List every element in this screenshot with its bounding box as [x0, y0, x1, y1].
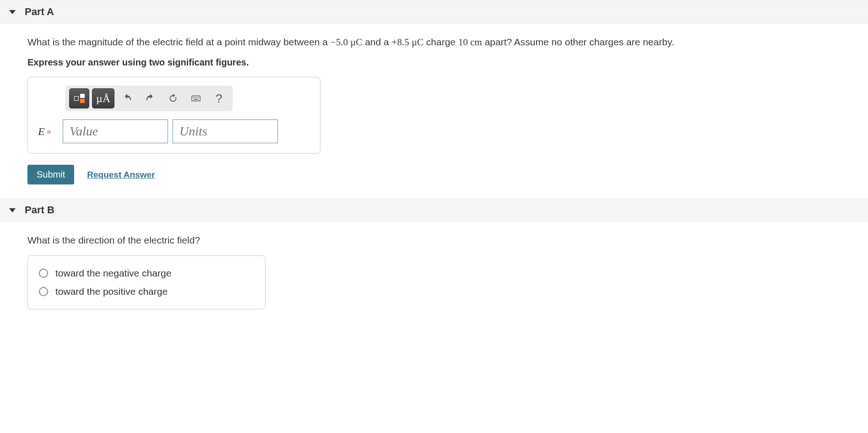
action-row: Submit Request Answer [27, 165, 841, 184]
variable-label: E= [38, 125, 58, 138]
mc-option-label: toward the negative charge [55, 268, 171, 279]
undo-button[interactable] [117, 88, 137, 108]
part-a-header[interactable]: Part A [0, 0, 868, 24]
reset-button[interactable] [163, 88, 183, 108]
part-b-content: What is the direction of the electric fi… [0, 222, 868, 323]
mc-option-1[interactable]: toward the positive charge [37, 282, 256, 301]
mc-box: toward the negative charge toward the po… [27, 255, 266, 309]
value-input[interactable]: Value [63, 119, 168, 143]
variable-E: E [38, 125, 45, 137]
units-input[interactable]: Units [173, 119, 278, 143]
question-text-pre: What is the magnitude of the electric fi… [27, 37, 331, 47]
keyboard-icon [191, 93, 201, 103]
input-row: E= Value Units [38, 119, 310, 143]
svg-rect-1 [193, 97, 194, 98]
answer-box: µÅ ? E= Value Units [27, 77, 320, 154]
submit-button[interactable]: Submit [27, 165, 74, 184]
caret-down-icon [9, 208, 16, 212]
svg-rect-4 [198, 97, 199, 98]
svg-rect-3 [196, 97, 197, 98]
redo-icon [145, 93, 155, 103]
undo-icon [122, 93, 132, 103]
part-b-header[interactable]: Part B [0, 198, 868, 222]
instruction: Express your answer using two significan… [27, 57, 841, 68]
fraction-icon [74, 94, 85, 103]
help-button[interactable]: ? [209, 88, 229, 108]
part-b-title: Part B [25, 204, 54, 216]
svg-rect-0 [192, 96, 200, 101]
question-text-post: apart? Assume no other charges are nearb… [482, 37, 674, 47]
mc-option-0[interactable]: toward the negative charge [37, 264, 256, 282]
fraction-tool-button[interactable] [69, 88, 89, 108]
charge-2: +8.5 µC [392, 37, 423, 48]
charge-1: −5.0 µC [331, 37, 362, 48]
keyboard-button[interactable] [186, 88, 206, 108]
part-a-title: Part A [25, 6, 54, 18]
radio-icon [39, 287, 48, 296]
part-a-question: What is the magnitude of the electric fi… [27, 35, 841, 49]
answer-toolbar: µÅ ? [65, 86, 233, 111]
svg-rect-5 [194, 99, 198, 100]
question-text-mid2: charge [423, 37, 458, 47]
distance: 10 cm [458, 37, 482, 48]
caret-down-icon [9, 10, 16, 14]
special-chars-button[interactable]: µÅ [92, 88, 114, 108]
mc-option-label: toward the positive charge [55, 286, 168, 297]
svg-rect-2 [195, 97, 195, 98]
radio-icon [39, 269, 48, 278]
part-b-question: What is the direction of the electric fi… [27, 233, 841, 247]
question-text-mid1: and a [362, 37, 391, 47]
equals-sign: = [47, 128, 51, 137]
request-answer-link[interactable]: Request Answer [87, 170, 155, 180]
redo-button[interactable] [140, 88, 160, 108]
part-a-content: What is the magnitude of the electric fi… [0, 24, 868, 198]
reset-icon [168, 93, 178, 103]
